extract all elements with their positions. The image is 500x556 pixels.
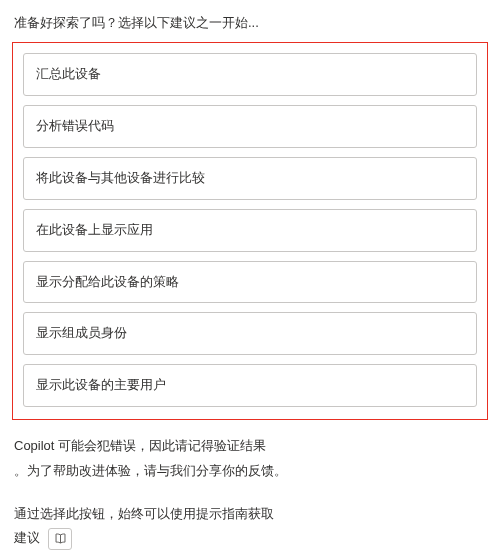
- prompt-guide-hint: 通过选择此按钮，始终可以使用提示指南获取 建议: [14, 502, 488, 551]
- suggestion-compare-devices[interactable]: 将此设备与其他设备进行比较: [23, 157, 477, 200]
- guide-line1: 通过选择此按钮，始终可以使用提示指南获取: [14, 502, 488, 527]
- disclaimer-line2: 。为了帮助改进体验，请与我们分享你的反馈。: [14, 459, 488, 484]
- intro-text: 准备好探索了吗？选择以下建议之一开始...: [14, 14, 488, 32]
- suggestion-show-apps[interactable]: 在此设备上显示应用: [23, 209, 477, 252]
- prompt-guide-button[interactable]: [48, 528, 72, 550]
- suggestions-panel: 汇总此设备 分析错误代码 将此设备与其他设备进行比较 在此设备上显示应用 显示分…: [12, 42, 488, 420]
- disclaimer-line1: Copilot 可能会犯错误，因此请记得验证结果: [14, 438, 266, 453]
- suggestion-show-policies[interactable]: 显示分配给此设备的策略: [23, 261, 477, 304]
- suggestion-summarize-device[interactable]: 汇总此设备: [23, 53, 477, 96]
- disclaimer-text: Copilot 可能会犯错误，因此请记得验证结果 。为了帮助改进体验，请与我们分…: [14, 434, 488, 483]
- book-icon: [54, 532, 67, 545]
- suggestion-show-primary-user[interactable]: 显示此设备的主要用户: [23, 364, 477, 407]
- suggestion-show-group-membership[interactable]: 显示组成员身份: [23, 312, 477, 355]
- suggestion-analyze-error-code[interactable]: 分析错误代码: [23, 105, 477, 148]
- guide-line2-label: 建议: [14, 526, 40, 551]
